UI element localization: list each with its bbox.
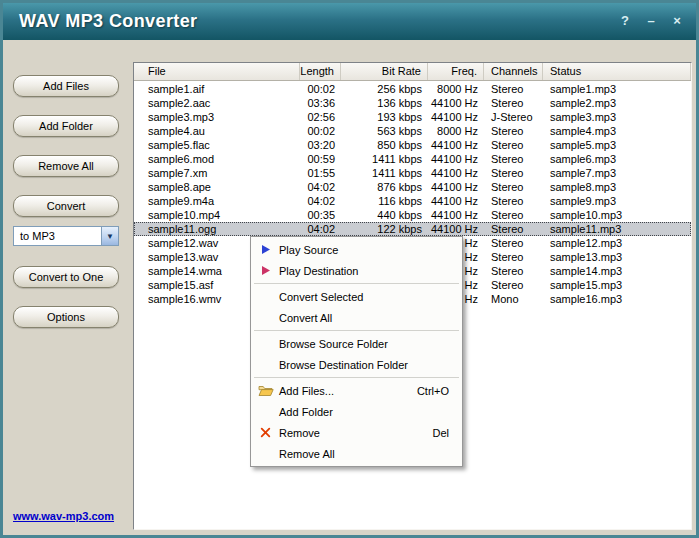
column-header-file[interactable]: File (134, 63, 300, 80)
cell-status: sample4.mp3 (543, 124, 691, 138)
column-header-length[interactable]: Length (300, 63, 341, 80)
website-link[interactable]: www.wav-mp3.com (13, 510, 114, 522)
remove-all-button[interactable]: Remove All (13, 155, 119, 177)
minimize-button[interactable]: – (642, 13, 660, 30)
menu-separator (254, 377, 459, 378)
column-header-freq[interactable]: Freq. (428, 63, 484, 80)
cell-file: sample11.ogg (134, 222, 300, 236)
cell-freq: 44100 Hz (428, 222, 484, 236)
cell-bitrate: 563 kbps (341, 124, 428, 138)
table-row[interactable]: sample3.mp302:56193 kbps44100 HzJ-Stereo… (134, 110, 691, 124)
menu-item-add-files[interactable]: Add Files...Ctrl+O (252, 380, 461, 401)
help-button[interactable]: ? (616, 13, 634, 30)
cell-freq: 44100 Hz (428, 138, 484, 152)
menu-item-play-source[interactable]: Play Source (252, 239, 461, 260)
cell-length: 03:36 (300, 96, 341, 110)
cell-freq: 8000 Hz (428, 124, 484, 138)
cell-status: sample1.mp3 (543, 82, 691, 96)
cell-status: sample14.mp3 (543, 264, 691, 278)
window-title: WAV MP3 Converter (19, 11, 198, 32)
cell-length: 00:02 (300, 82, 341, 96)
menu-item-convert-all[interactable]: Convert All (252, 307, 461, 328)
cell-length: 01:55 (300, 166, 341, 180)
output-format-value: to MP3 (14, 230, 55, 242)
cell-freq: 44100 Hz (428, 152, 484, 166)
table-row[interactable]: sample8.ape04:02876 kbps44100 HzStereosa… (134, 180, 691, 194)
menu-item-remove[interactable]: RemoveDel (252, 422, 461, 443)
table-row[interactable]: sample11.ogg04:02122 kbps44100 HzStereos… (134, 222, 691, 236)
menu-item-label: Play Source (279, 244, 338, 256)
cell-length: 00:59 (300, 152, 341, 166)
table-row[interactable]: sample1.aif00:02256 kbps8000 HzStereosam… (134, 82, 691, 96)
table-row[interactable]: sample10.mp400:35440 kbps44100 HzStereos… (134, 208, 691, 222)
cell-bitrate: 116 kbps (341, 194, 428, 208)
table-row[interactable]: sample4.au00:02563 kbps8000 HzStereosamp… (134, 124, 691, 138)
cell-bitrate: 850 kbps (341, 138, 428, 152)
cell-bitrate: 1411 kbps (341, 152, 428, 166)
column-header-status[interactable]: Status (543, 63, 691, 80)
add-files-button[interactable]: Add Files (13, 75, 119, 97)
cell-channels: Stereo (484, 208, 543, 222)
cell-channels: Stereo (484, 278, 543, 292)
menu-item-browse-destination-folder[interactable]: Browse Destination Folder (252, 354, 461, 375)
caption-buttons: ? – × (616, 13, 686, 30)
options-button[interactable]: Options (13, 306, 119, 328)
cell-bitrate: 1411 kbps (341, 166, 428, 180)
menu-item-label: Remove All (279, 448, 335, 460)
menu-item-label: Remove (279, 427, 320, 439)
cell-channels: Stereo (484, 194, 543, 208)
menu-separator (254, 330, 459, 331)
column-header-channels[interactable]: Channels (484, 63, 543, 80)
cell-file: sample5.flac (134, 138, 300, 152)
cell-file: sample8.ape (134, 180, 300, 194)
cell-length: 02:56 (300, 110, 341, 124)
cell-channels: Mono (484, 292, 543, 306)
app-window: WAV MP3 Converter ? – × Add Files Add Fo… (0, 0, 699, 538)
menu-item-label: Browse Destination Folder (279, 359, 408, 371)
cell-channels: Stereo (484, 180, 543, 194)
menu-item-remove-all[interactable]: Remove All (252, 443, 461, 464)
cell-channels: Stereo (484, 138, 543, 152)
chevron-down-icon[interactable]: ▼ (101, 227, 118, 245)
menu-item-convert-selected[interactable]: Convert Selected (252, 286, 461, 307)
table-row[interactable]: sample7.xm01:551411 kbps44100 HzStereosa… (134, 166, 691, 180)
add-folder-button[interactable]: Add Folder (13, 115, 119, 137)
cell-status: sample6.mp3 (543, 152, 691, 166)
menu-item-add-folder[interactable]: Add Folder (252, 401, 461, 422)
cell-status: sample8.mp3 (543, 180, 691, 194)
column-header-bitrate[interactable]: Bit Rate (341, 63, 428, 80)
cell-freq: 44100 Hz (428, 194, 484, 208)
table-row[interactable]: sample5.flac03:20850 kbps44100 HzStereos… (134, 138, 691, 152)
menu-item-label: Browse Source Folder (279, 338, 388, 350)
menu-item-play-destination[interactable]: Play Destination (252, 260, 461, 281)
menu-separator (254, 283, 459, 284)
table-row[interactable]: sample9.m4a04:02116 kbps44100 HzStereosa… (134, 194, 691, 208)
close-button[interactable]: × (668, 13, 686, 30)
play-destination-icon (252, 265, 279, 276)
cell-length: 03:20 (300, 138, 341, 152)
cell-status: sample3.mp3 (543, 110, 691, 124)
menu-item-browse-source-folder[interactable]: Browse Source Folder (252, 333, 461, 354)
menu-item-label: Add Files... (279, 385, 334, 397)
menu-item-shortcut: Del (432, 427, 461, 439)
cell-status: sample15.mp3 (543, 278, 691, 292)
cell-status: sample5.mp3 (543, 138, 691, 152)
output-format-select[interactable]: to MP3 ▼ (13, 226, 119, 246)
remove-icon (252, 427, 279, 438)
cell-file: sample10.mp4 (134, 208, 300, 222)
menu-item-label: Play Destination (279, 265, 359, 277)
table-row[interactable]: sample6.mod00:591411 kbps44100 HzStereos… (134, 152, 691, 166)
cell-length: 04:02 (300, 222, 341, 236)
cell-freq: 44100 Hz (428, 110, 484, 124)
title-bar[interactable]: WAV MP3 Converter ? – × (3, 3, 696, 40)
cell-bitrate: 440 kbps (341, 208, 428, 222)
convert-button[interactable]: Convert (13, 195, 119, 217)
cell-length: 00:35 (300, 208, 341, 222)
convert-to-one-button[interactable]: Convert to One (13, 266, 119, 288)
cell-file: sample7.xm (134, 166, 300, 180)
cell-status: sample7.mp3 (543, 166, 691, 180)
table-row[interactable]: sample2.aac03:36136 kbps44100 HzStereosa… (134, 96, 691, 110)
cell-status: sample10.mp3 (543, 208, 691, 222)
cell-status: sample16.mp3 (543, 292, 691, 306)
cell-freq: 44100 Hz (428, 96, 484, 110)
